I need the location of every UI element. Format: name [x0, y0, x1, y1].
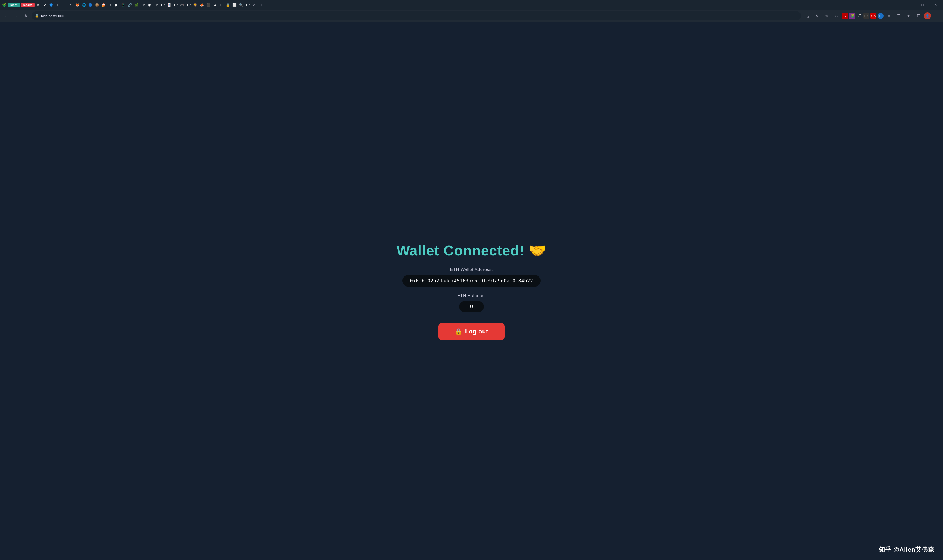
- tab-icon-2[interactable]: Ⅴ: [42, 2, 48, 8]
- browser-chrome: 🧩 learn mcake ◈ Ⅴ 🔷 L L ▷ 🦊 🌐 🔵 📦 🍰 ⊞ ▶ …: [0, 0, 943, 22]
- tab-learn[interactable]: learn: [8, 3, 20, 7]
- tab-icon-8[interactable]: 🌐: [81, 2, 87, 8]
- title-text: Wallet Connected!: [397, 243, 525, 258]
- tab-icon-5[interactable]: L: [62, 2, 67, 8]
- tab-icon-9[interactable]: 🔵: [88, 2, 94, 8]
- wallet-connected-title: Wallet Connected! 🤝: [397, 242, 546, 259]
- tab-icon-24[interactable]: TP: [186, 2, 192, 8]
- tab-bar: 🧩 learn mcake ◈ Ⅴ 🔷 L L ▷ 🦊 🌐 🔵 📦 🍰 ⊞ ▶ …: [0, 0, 943, 10]
- watermark: 知乎 @Allen艾佛森: [879, 546, 934, 554]
- ext-red[interactable]: R: [842, 13, 848, 19]
- tab-icon-1[interactable]: ◈: [35, 2, 41, 8]
- tab-icon-11[interactable]: 🍰: [101, 2, 107, 8]
- maximize-button[interactable]: □: [916, 0, 929, 10]
- tab-icon-31[interactable]: ⬜: [232, 2, 238, 8]
- tab-icon-28[interactable]: ⚙: [212, 2, 218, 8]
- wallet-address-label: ETH Wallet Address:: [450, 267, 493, 272]
- tab-icon-16[interactable]: 🌿: [133, 2, 139, 8]
- ext-shield[interactable]: 🛡: [856, 13, 862, 19]
- cast-icon[interactable]: ⬚: [803, 11, 812, 20]
- back-button[interactable]: ←: [2, 12, 10, 20]
- eth-balance-label: ETH Balance:: [457, 293, 486, 298]
- tab-icon-4[interactable]: L: [55, 2, 61, 8]
- tab-icon-29[interactable]: TP: [219, 2, 225, 8]
- tab-close-active[interactable]: ✕: [251, 2, 257, 8]
- wallet-address-display: 0x6fb102a2dadd745163ac519fe9fa9d0af0184b…: [403, 275, 541, 287]
- tab-icon-14[interactable]: 📱: [120, 2, 127, 8]
- tab-icon-3[interactable]: 🔷: [48, 2, 54, 8]
- font-icon[interactable]: A: [813, 11, 821, 20]
- tab-icon-22[interactable]: TP: [173, 2, 179, 8]
- new-tab-button[interactable]: +: [258, 2, 265, 8]
- profile-btn[interactable]: 👤: [924, 12, 931, 19]
- tab-icon-21[interactable]: 🃏: [166, 2, 172, 8]
- tab-icon-12[interactable]: ⊞: [107, 2, 113, 8]
- tab-icon-17[interactable]: TP: [140, 2, 146, 8]
- settings-icon[interactable]: ⋯: [932, 11, 941, 20]
- handshake-emoji: 🤝: [529, 243, 546, 258]
- ext-sa[interactable]: SA: [870, 13, 877, 19]
- tab-icon-7[interactable]: 🦊: [74, 2, 80, 8]
- window-controls: ─ □ ✕: [903, 0, 942, 10]
- bookmark-icon[interactable]: ☆: [823, 11, 831, 20]
- tab-icon-19[interactable]: TP: [153, 2, 159, 8]
- tab-icon-6[interactable]: ▷: [68, 2, 74, 8]
- url-text: localhost:3000: [41, 14, 798, 18]
- tab-icon-33[interactable]: TP: [245, 2, 251, 8]
- tab-icon-20[interactable]: TP: [160, 2, 166, 8]
- reload-button[interactable]: ↻: [22, 12, 30, 20]
- ext-tp-blue[interactable]: TP: [878, 13, 883, 19]
- tab-icon-30[interactable]: 🔒: [225, 2, 231, 8]
- address-bar[interactable]: 🔒 localhost:3000: [32, 11, 801, 20]
- toolbar-icons: ⬚ A ☆ {} R 🧩 🛡 RB SA TP ⧉ ☰ ★ 🖼 👤 ⋯: [803, 11, 941, 20]
- profile-icon[interactable]: 🧩: [1, 2, 7, 8]
- tab-icon-13[interactable]: ▶: [114, 2, 120, 8]
- address-bar-row: ← → ↻ 🔒 localhost:3000 ⬚ A ☆ {} R 🧩 🛡 RB…: [0, 10, 943, 22]
- eth-balance-display: 0: [459, 301, 484, 312]
- reading-icon[interactable]: ☰: [894, 11, 903, 20]
- logout-button[interactable]: 🔒 Log out: [438, 323, 505, 340]
- tab-icon-23[interactable]: 🎮: [179, 2, 185, 8]
- minimize-button[interactable]: ─: [903, 0, 916, 10]
- sidebar-icon[interactable]: ⧉: [884, 11, 894, 20]
- main-content: Wallet Connected! 🤝 ETH Wallet Address: …: [0, 22, 943, 560]
- forward-button[interactable]: →: [12, 12, 20, 20]
- tab-icon-18[interactable]: ◉: [147, 2, 153, 8]
- tab-icon-15[interactable]: 🔗: [127, 2, 133, 8]
- code-icon[interactable]: {}: [832, 11, 841, 20]
- tab-icon-26[interactable]: 🦊: [199, 2, 205, 8]
- tab-icon-27[interactable]: ⬛: [205, 2, 211, 8]
- logout-icon: 🔒: [455, 328, 463, 335]
- tab-mcake[interactable]: mcake: [21, 3, 34, 7]
- collections-icon[interactable]: 🖼: [914, 11, 923, 20]
- tab-icon-10[interactable]: 📦: [94, 2, 100, 8]
- tab-icon-25[interactable]: 🦁: [192, 2, 198, 8]
- security-icon: 🔒: [35, 14, 39, 18]
- favorites-icon[interactable]: ★: [904, 11, 913, 20]
- ext-rb[interactable]: RB: [863, 13, 869, 19]
- tab-icon-32[interactable]: 🔍: [238, 2, 244, 8]
- close-button[interactable]: ✕: [929, 0, 942, 10]
- ext-purple[interactable]: 🧩: [849, 13, 855, 19]
- logout-label: Log out: [465, 328, 488, 335]
